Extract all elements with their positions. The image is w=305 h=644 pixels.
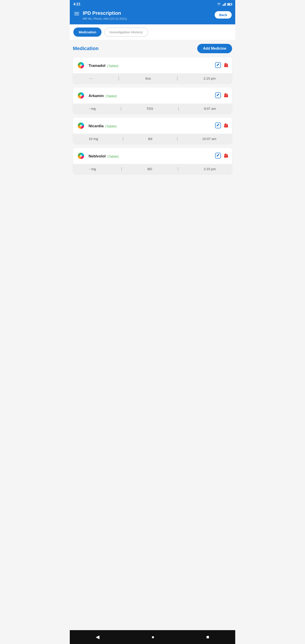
page-title: IPD Prescription xyxy=(83,10,127,16)
med-card-header: Neblvolol (Tablet) xyxy=(73,148,232,164)
battery-icon xyxy=(227,3,232,6)
svg-rect-1 xyxy=(224,4,224,6)
med-actions xyxy=(215,92,229,100)
med-time: 8:07 am xyxy=(204,107,216,110)
edit-medication-button[interactable] xyxy=(215,122,221,130)
back-button[interactable]: Back xyxy=(215,11,232,18)
medication-card: Arkamin (Tablet) - mg | TDS | 8:07 am xyxy=(73,88,232,114)
med-name: Tramadol xyxy=(88,64,106,68)
med-actions xyxy=(215,153,229,160)
medication-card: Tramadol (Tablet) - - | Sos | 2:15 pm xyxy=(73,57,232,84)
med-name: Arkamin xyxy=(88,94,104,98)
med-time: 2:15 pm xyxy=(204,76,216,80)
svg-rect-3 xyxy=(226,3,226,6)
svg-rect-27 xyxy=(224,126,228,128)
med-name-row: Arkamin (Tablet) xyxy=(88,94,212,98)
section-title: Medication xyxy=(73,46,98,52)
med-actions xyxy=(215,122,229,130)
status-time: 4:21 xyxy=(73,2,80,6)
med-dose: - mg xyxy=(89,107,96,110)
section-header: Medication Add Medicine xyxy=(73,44,232,53)
med-actions xyxy=(215,62,229,69)
patient-info: MR No, Phone, Alert (23-12-2021) xyxy=(83,17,127,20)
stop-medication-button[interactable] xyxy=(223,62,229,69)
stop-medication-button[interactable] xyxy=(223,122,229,130)
svg-rect-35 xyxy=(224,156,228,158)
med-dose: - - xyxy=(90,76,92,80)
svg-point-21 xyxy=(80,124,82,127)
main-content: Medication Add Medicine Tramadol (Tablet… xyxy=(70,40,235,196)
detail-separator: | xyxy=(177,166,178,171)
edit-medication-button[interactable] xyxy=(215,153,221,160)
add-medicine-button[interactable]: Add Medicine xyxy=(197,44,232,53)
detail-separator: | xyxy=(177,76,178,81)
nav-back-button[interactable]: ◀ xyxy=(91,633,104,641)
med-card-header: Arkamin (Tablet) xyxy=(73,88,232,104)
bottom-nav: ◀ ● ■ xyxy=(70,630,235,644)
med-details-row: - - | Sos | 2:15 pm xyxy=(73,73,232,84)
edit-medication-button[interactable] xyxy=(215,62,221,69)
med-time: 10:07 am xyxy=(202,137,216,141)
med-frequency: BD xyxy=(147,167,152,171)
med-info: Tramadol (Tablet) xyxy=(88,64,212,68)
med-type: (Tablet) xyxy=(107,64,118,68)
med-frequency: Sos xyxy=(145,76,151,80)
med-name-row: Tramadol (Tablet) xyxy=(88,64,212,68)
pill-icon xyxy=(76,151,86,162)
detail-separator: | xyxy=(178,106,179,111)
pill-icon xyxy=(76,121,86,132)
med-type: (Tablet) xyxy=(105,124,116,128)
svg-rect-19 xyxy=(224,96,228,97)
med-type: (Tablet) xyxy=(106,94,117,98)
med-dose: 10 mg xyxy=(89,137,98,141)
detail-separator: | xyxy=(177,136,178,141)
detail-separator: | xyxy=(118,76,120,81)
svg-point-29 xyxy=(80,155,82,157)
tab-bar: Medication Investigation History xyxy=(70,24,235,40)
tab-medication[interactable]: Medication xyxy=(73,28,102,37)
svg-rect-2 xyxy=(224,3,225,6)
nav-home-button[interactable]: ● xyxy=(147,633,159,641)
med-type: (Tablet) xyxy=(108,154,119,158)
medication-list: Tramadol (Tablet) - - | Sos | 2:15 pm xyxy=(73,57,232,174)
menu-button[interactable] xyxy=(73,11,80,16)
pill-icon xyxy=(76,60,86,71)
svg-point-5 xyxy=(80,64,82,66)
med-details-row: - mg | BD | 2:15 pm xyxy=(73,164,232,174)
status-bar: 4:21 xyxy=(70,0,235,8)
status-icons xyxy=(217,3,232,6)
medication-card: Nicardia (Tablet) 10 mg | Bd | 10:07 am xyxy=(73,118,232,144)
med-name-row: Nicardia (Tablet) xyxy=(88,124,212,128)
medication-card: Neblvolol (Tablet) - mg | BD | 2:15 pm xyxy=(73,148,232,174)
signal-icon xyxy=(222,3,226,6)
med-name: Neblvolol xyxy=(88,154,106,158)
med-info: Neblvolol (Tablet) xyxy=(88,154,212,158)
med-name: Nicardia xyxy=(88,124,104,128)
app-header: IPD Prescription MR No, Phone, Alert (23… xyxy=(70,8,235,24)
tab-investigation[interactable]: Investigation History xyxy=(104,28,148,37)
wifi-icon xyxy=(217,3,221,6)
med-details-row: - mg | TDS | 8:07 am xyxy=(73,104,232,114)
pill-icon xyxy=(76,90,86,101)
svg-rect-0 xyxy=(222,5,223,6)
med-details-row: 10 mg | Bd | 10:07 am xyxy=(73,134,232,144)
med-time: 2:15 pm xyxy=(204,167,216,171)
med-card-header: Nicardia (Tablet) xyxy=(73,118,232,134)
edit-medication-button[interactable] xyxy=(215,92,221,100)
med-frequency: Bd xyxy=(148,137,152,141)
med-info: Arkamin (Tablet) xyxy=(88,94,212,98)
nav-recents-button[interactable]: ■ xyxy=(202,633,214,641)
med-card-header: Tramadol (Tablet) xyxy=(73,57,232,73)
med-dose: - mg xyxy=(89,167,96,171)
stop-medication-button[interactable] xyxy=(223,92,229,100)
stop-medication-button[interactable] xyxy=(223,153,229,160)
detail-separator: | xyxy=(122,136,124,141)
svg-point-13 xyxy=(80,94,82,96)
detail-separator: | xyxy=(120,106,122,111)
detail-separator: | xyxy=(121,166,122,171)
med-frequency: TDS xyxy=(146,107,153,110)
svg-rect-11 xyxy=(224,65,228,67)
med-name-row: Neblvolol (Tablet) xyxy=(88,154,212,158)
med-info: Nicardia (Tablet) xyxy=(88,124,212,128)
